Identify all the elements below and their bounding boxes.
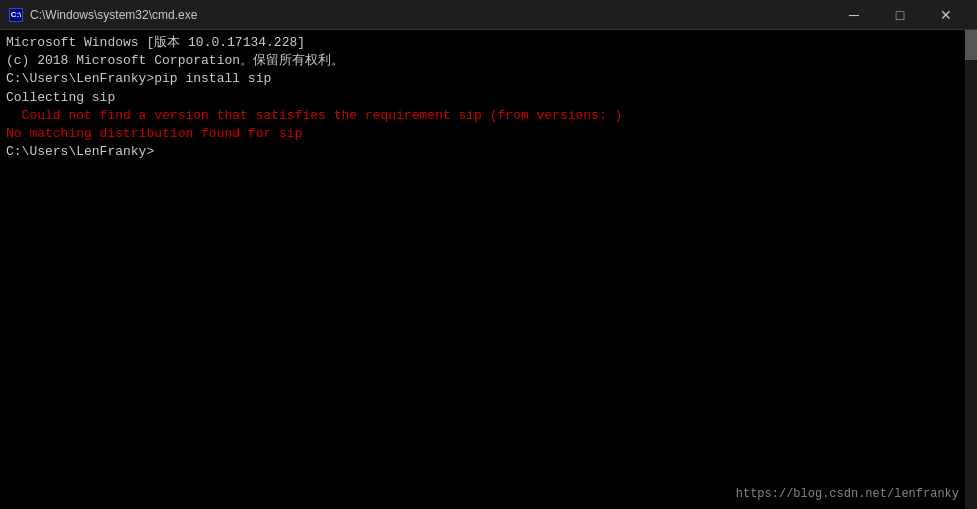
cmd-icon: C:\ <box>9 8 23 22</box>
scrollbar-thumb[interactable] <box>965 30 977 60</box>
terminal-line: C:\Users\LenFranky> <box>6 143 971 161</box>
terminal-line: Collecting sip <box>6 89 971 107</box>
minimize-button[interactable]: ─ <box>831 0 877 30</box>
title-bar-left: C:\ C:\Windows\system32\cmd.exe <box>8 7 197 23</box>
terminal-line: (c) 2018 Microsoft Corporation。保留所有权利。 <box>6 52 971 70</box>
title-bar-icon: C:\ <box>8 7 24 23</box>
terminal-line: No matching distribution found for sip <box>6 125 971 143</box>
maximize-button[interactable]: □ <box>877 0 923 30</box>
watermark: https://blog.csdn.net/lenfranky <box>736 487 959 501</box>
title-bar-title: C:\Windows\system32\cmd.exe <box>30 8 197 22</box>
terminal-output: Microsoft Windows [版本 10.0.17134.228](c)… <box>6 34 971 161</box>
title-bar: C:\ C:\Windows\system32\cmd.exe ─ □ ✕ <box>0 0 977 30</box>
scrollbar[interactable] <box>965 30 977 509</box>
close-button[interactable]: ✕ <box>923 0 969 30</box>
terminal-line: Microsoft Windows [版本 10.0.17134.228] <box>6 34 971 52</box>
terminal-line: C:\Users\LenFranky>pip install sip <box>6 70 971 88</box>
cmd-window: C:\ C:\Windows\system32\cmd.exe ─ □ ✕ Mi… <box>0 0 977 509</box>
title-bar-controls: ─ □ ✕ <box>831 0 969 30</box>
terminal-body[interactable]: Microsoft Windows [版本 10.0.17134.228](c)… <box>0 30 977 509</box>
terminal-line: Could not find a version that satisfies … <box>6 107 971 125</box>
